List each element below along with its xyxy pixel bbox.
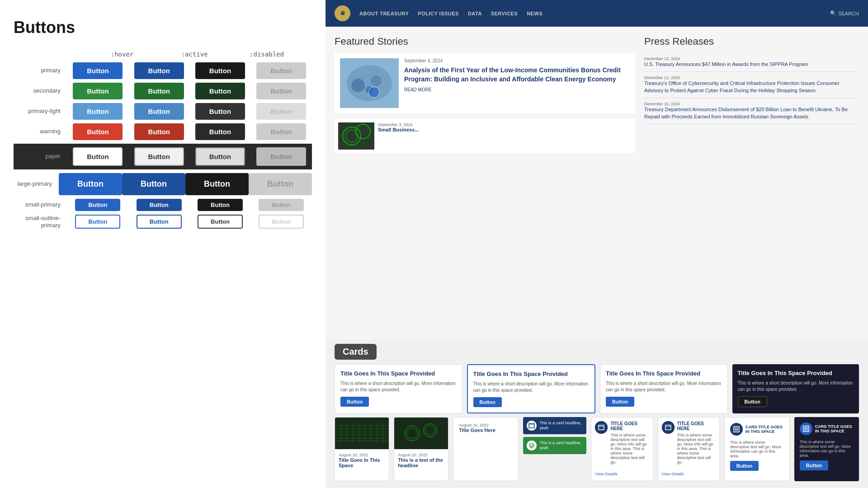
media-icon-btn-dark	[800, 422, 812, 437]
column-headers: :hover :active :disabled	[86, 51, 312, 58]
card-media-light-title: Title Goes Here	[610, 421, 649, 431]
media-icon-light-2	[662, 421, 675, 434]
secondary-button-active[interactable]: Button	[195, 83, 245, 99]
card-btn-1[interactable]: Button	[340, 397, 369, 407]
press-item-2[interactable]: December 10, 2024 Treasury Department An…	[644, 98, 859, 124]
secondary-button-normal[interactable]: Button	[73, 83, 123, 99]
svg-rect-41	[735, 427, 738, 431]
card-desc-4: This is where a short description will g…	[738, 380, 854, 393]
card-title-2: Title Goes In This Space Provided	[473, 371, 590, 378]
card-btn-3[interactable]: Button	[606, 397, 634, 407]
nav-item-news[interactable]: NEWS	[527, 11, 542, 16]
large-primary-button-normal[interactable]: Button	[59, 173, 122, 195]
cards-badge: Cards	[335, 344, 377, 360]
card-desc-2: This is where a short description will g…	[473, 381, 590, 394]
large-primary-button-hover[interactable]: Button	[122, 173, 185, 195]
featured-article-content: September 4, 2024 Analysis of the First …	[404, 58, 630, 108]
primary-light-button-normal[interactable]: Button	[73, 103, 123, 120]
card-media-btn-dark-desc: This is where some descriptive text will…	[800, 440, 854, 458]
warning-button-normal[interactable]: Button	[73, 123, 123, 140]
press-date-2: December 10, 2024	[644, 102, 859, 106]
card-btn-2[interactable]: Button	[473, 397, 502, 407]
card-image-date-1: August 10, 2022	[339, 453, 385, 457]
media-icon-light	[595, 421, 608, 434]
nav-item-about[interactable]: ABOUT TREASURY	[359, 11, 409, 16]
card-media-light-2-title: Title Goes Here	[677, 421, 716, 431]
primary-light-button-disabled: Button	[256, 103, 306, 120]
card-default-1: Title Goes In This Space Provided This i…	[335, 364, 462, 413]
icon-card-blue-icon	[527, 421, 537, 431]
row-label-primary: primary	[14, 67, 67, 75]
small-primary-button-active[interactable]: Button	[198, 199, 243, 211]
warning-button-hover[interactable]: Button	[134, 123, 184, 140]
nav-search[interactable]: 🔍 SEARCH	[830, 10, 859, 16]
card-title-4: Title Goes In This Space Provided	[738, 370, 854, 377]
read-more-link[interactable]: READ MORE	[404, 87, 630, 92]
card-media-btn-dark-btn[interactable]: Button	[800, 460, 828, 470]
small-outline-primary-button-hover[interactable]: Button	[137, 215, 182, 229]
col-header-disabled: :disabled	[231, 51, 303, 58]
nav-item-services[interactable]: SERVICES	[491, 11, 518, 16]
card-image-title-2: This is a test of the headline	[398, 457, 444, 468]
small-primary-button-row: small-primary Button Button Button Butto…	[14, 199, 312, 211]
secondary-button-hover[interactable]: Button	[134, 83, 184, 99]
card-media-light-2: Title Goes Here This is where some descr…	[658, 417, 720, 481]
featured-stories-title: Featured Stories	[335, 36, 635, 47]
small-story-card[interactable]: September 3, 2024 Small Business...	[335, 119, 635, 153]
row-label-paper: paper	[14, 153, 67, 160]
nav-item-data[interactable]: DATA	[468, 11, 482, 16]
card-title-1: Title Goes In This Space Provided	[340, 370, 457, 378]
nav-items: ABOUT TREASURY POLICY ISSUES DATA SERVIC…	[359, 11, 821, 16]
icon-cards-column: This is a card headline, yeah This is a …	[523, 417, 586, 481]
card-title-3: Title Goes In This Space Provided	[606, 370, 722, 378]
card-btn-4[interactable]: Button	[738, 396, 767, 407]
card-media-btn-light-desc: This is where some descriptive text will…	[730, 440, 784, 458]
card-image-top-1	[335, 418, 389, 449]
small-story-content: September 3, 2024 Small Business...	[378, 122, 632, 150]
svg-rect-10	[335, 423, 389, 444]
icon-card-green-text: This is a card headline, yeah	[539, 441, 583, 450]
view-details-link-1[interactable]: View Details	[595, 472, 617, 476]
featured-article-card[interactable]: September 4, 2024 Analysis of the First …	[335, 53, 635, 113]
small-outline-primary-button-active[interactable]: Button	[198, 215, 243, 229]
small-primary-button-normal[interactable]: Button	[75, 199, 120, 211]
search-icon: 🔍	[830, 10, 836, 16]
paper-button-row: paper Button Button Button Button	[14, 144, 312, 169]
press-date-1: December 12, 2024	[644, 75, 859, 80]
card-media-btn-light-btn[interactable]: Button	[730, 461, 759, 471]
btn-cell-primary-normal: Button	[67, 62, 128, 79]
cards-section: Cards Title Goes In This Space Provided …	[326, 339, 868, 488]
paper-button-normal[interactable]: Button	[73, 147, 123, 166]
btn-cell-primary-hover: Button	[128, 62, 189, 79]
press-item-1[interactable]: December 12, 2024 Treasury's Office of C…	[644, 72, 859, 98]
primary-button-row: primary Button Button Button Button	[14, 62, 312, 79]
primary-button-active[interactable]: Button	[195, 62, 245, 79]
warning-button-active[interactable]: Button	[195, 123, 245, 140]
small-outline-primary-button-disabled: Button	[259, 215, 304, 229]
primary-button-hover[interactable]: Button	[134, 62, 184, 79]
nav-item-policy[interactable]: POLICY ISSUES	[418, 11, 459, 16]
col-header-active: :active	[158, 51, 231, 58]
card-media-light: Title Goes Here This is where some descr…	[591, 417, 653, 481]
svg-point-33	[595, 421, 608, 434]
paper-button-hover[interactable]: Button	[134, 147, 184, 166]
btn-cell-primary-active: Button	[189, 62, 250, 79]
paper-button-active[interactable]: Button	[195, 147, 245, 166]
card-noimage-title-1: Title Goes Here	[459, 427, 513, 433]
secondary-button-disabled: Button	[256, 83, 306, 99]
small-primary-button-hover[interactable]: Button	[137, 199, 182, 211]
svg-rect-25	[394, 423, 448, 444]
large-primary-button-active[interactable]: Button	[185, 173, 249, 195]
card-desc-1: This is where a short description will g…	[340, 380, 457, 393]
card-noimage-1: August 10, 2022 Title Goes Here	[453, 417, 519, 481]
primary-light-button-hover[interactable]: Button	[134, 103, 184, 120]
primary-button-normal[interactable]: Button	[73, 62, 123, 79]
card-blue-border-1: Title Goes In This Space Provided This i…	[467, 364, 596, 413]
treasury-navbar: 🏛 ABOUT TREASURY POLICY ISSUES DATA SERV…	[326, 0, 868, 27]
small-outline-primary-button-normal[interactable]: Button	[75, 215, 120, 229]
card-media-light-header: Title Goes Here This is where some descr…	[595, 421, 649, 467]
view-details-link-2[interactable]: View Details	[662, 472, 684, 476]
row-label-secondary: secondary	[14, 87, 67, 95]
primary-light-button-active[interactable]: Button	[195, 103, 245, 120]
press-item-0[interactable]: December 12, 2024 U.S. Treasury Announce…	[644, 53, 859, 72]
